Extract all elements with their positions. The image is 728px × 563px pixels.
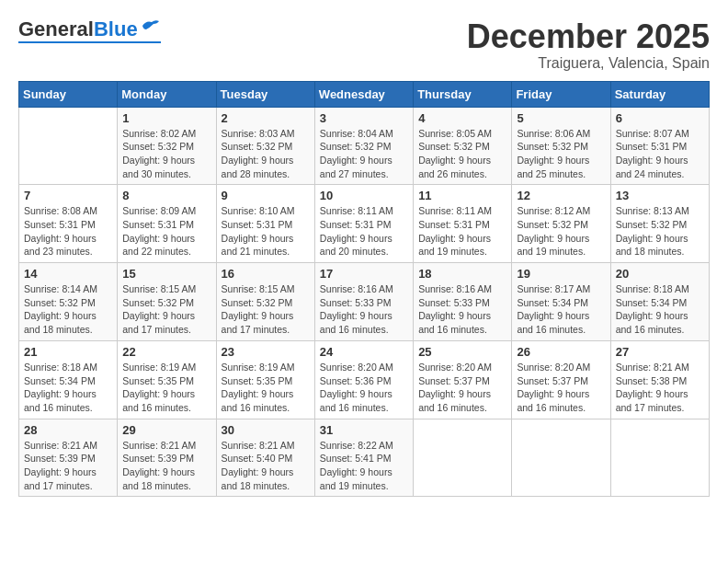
- day-number: 17: [320, 267, 408, 281]
- logo-text: GeneralBlue: [18, 19, 138, 40]
- day-number: 4: [418, 111, 506, 125]
- calendar-body: 1Sunrise: 8:02 AMSunset: 5:32 PMDaylight…: [19, 107, 710, 497]
- day-number: 6: [616, 111, 704, 125]
- day-info: Sunrise: 8:07 AMSunset: 5:31 PMDaylight:…: [616, 127, 704, 181]
- calendar-cell: 27Sunrise: 8:21 AMSunset: 5:38 PMDayligh…: [610, 340, 709, 419]
- calendar-cell: 15Sunrise: 8:15 AMSunset: 5:32 PMDayligh…: [118, 263, 216, 341]
- calendar-week-2: 7Sunrise: 8:08 AMSunset: 5:31 PMDaylight…: [19, 185, 710, 263]
- location: Traiguera, Valencia, Spain: [467, 55, 710, 72]
- calendar-cell: 9Sunrise: 8:10 AMSunset: 5:31 PMDaylight…: [216, 185, 314, 263]
- calendar-cell: 21Sunrise: 8:18 AMSunset: 5:34 PMDayligh…: [19, 340, 118, 419]
- day-number: 9: [222, 189, 310, 202]
- day-info: Sunrise: 8:16 AMSunset: 5:33 PMDaylight:…: [418, 282, 506, 337]
- day-number: 31: [320, 423, 408, 437]
- day-info: Sunrise: 8:15 AMSunset: 5:32 PMDaylight:…: [222, 282, 310, 337]
- day-number: 16: [222, 267, 310, 281]
- calendar-cell: 1Sunrise: 8:02 AMSunset: 5:32 PMDaylight…: [118, 107, 216, 185]
- calendar-cell: 26Sunrise: 8:20 AMSunset: 5:37 PMDayligh…: [512, 340, 610, 419]
- calendar-cell: 28Sunrise: 8:21 AMSunset: 5:39 PMDayligh…: [19, 419, 118, 497]
- calendar-week-3: 14Sunrise: 8:14 AMSunset: 5:32 PMDayligh…: [19, 263, 710, 341]
- day-info: Sunrise: 8:18 AMSunset: 5:34 PMDaylight:…: [616, 282, 704, 337]
- page-header: GeneralBlue December 2025 Traiguera, Val…: [18, 18, 710, 72]
- calendar-cell: 10Sunrise: 8:11 AMSunset: 5:31 PMDayligh…: [314, 185, 413, 263]
- day-of-week-saturday: Saturday: [610, 81, 709, 107]
- calendar-cell: 3Sunrise: 8:04 AMSunset: 5:32 PMDaylight…: [314, 107, 413, 185]
- day-number: 8: [122, 189, 210, 202]
- day-info: Sunrise: 8:21 AMSunset: 5:40 PMDaylight:…: [222, 439, 310, 493]
- day-info: Sunrise: 8:03 AMSunset: 5:32 PMDaylight:…: [222, 127, 310, 181]
- day-info: Sunrise: 8:21 AMSunset: 5:39 PMDaylight:…: [122, 439, 210, 493]
- day-number: 2: [222, 111, 310, 125]
- calendar-week-4: 21Sunrise: 8:18 AMSunset: 5:34 PMDayligh…: [19, 340, 710, 419]
- calendar-cell: [512, 419, 610, 497]
- day-info: Sunrise: 8:09 AMSunset: 5:31 PMDaylight:…: [122, 204, 210, 259]
- day-info: Sunrise: 8:08 AMSunset: 5:31 PMDaylight:…: [24, 204, 112, 259]
- day-of-week-sunday: Sunday: [19, 81, 118, 107]
- calendar-cell: 5Sunrise: 8:06 AMSunset: 5:32 PMDaylight…: [512, 107, 610, 185]
- bird-icon: [141, 18, 161, 37]
- day-number: 5: [517, 111, 605, 125]
- day-number: 20: [616, 267, 704, 281]
- calendar-header: SundayMondayTuesdayWednesdayThursdayFrid…: [19, 81, 710, 107]
- calendar-week-5: 28Sunrise: 8:21 AMSunset: 5:39 PMDayligh…: [19, 419, 710, 497]
- calendar-cell: 12Sunrise: 8:12 AMSunset: 5:32 PMDayligh…: [512, 185, 610, 263]
- calendar-cell: 11Sunrise: 8:11 AMSunset: 5:31 PMDayligh…: [414, 185, 512, 263]
- day-info: Sunrise: 8:18 AMSunset: 5:34 PMDaylight:…: [24, 361, 112, 415]
- day-number: 3: [320, 111, 408, 125]
- day-info: Sunrise: 8:21 AMSunset: 5:39 PMDaylight:…: [24, 439, 112, 493]
- day-number: 26: [517, 345, 605, 359]
- day-info: Sunrise: 8:14 AMSunset: 5:32 PMDaylight:…: [24, 282, 112, 337]
- calendar-cell: 25Sunrise: 8:20 AMSunset: 5:37 PMDayligh…: [414, 340, 512, 419]
- day-number: 28: [24, 423, 112, 437]
- calendar-cell: [610, 419, 709, 497]
- calendar-cell: 4Sunrise: 8:05 AMSunset: 5:32 PMDaylight…: [414, 107, 512, 185]
- day-number: 23: [222, 345, 310, 359]
- day-info: Sunrise: 8:20 AMSunset: 5:37 PMDaylight:…: [418, 361, 506, 415]
- calendar-cell: 6Sunrise: 8:07 AMSunset: 5:31 PMDaylight…: [610, 107, 709, 185]
- day-info: Sunrise: 8:06 AMSunset: 5:32 PMDaylight:…: [517, 127, 605, 181]
- calendar-cell: 18Sunrise: 8:16 AMSunset: 5:33 PMDayligh…: [414, 263, 512, 341]
- calendar-cell: 29Sunrise: 8:21 AMSunset: 5:39 PMDayligh…: [118, 419, 216, 497]
- day-number: 29: [122, 423, 210, 437]
- calendar-cell: 8Sunrise: 8:09 AMSunset: 5:31 PMDaylight…: [118, 185, 216, 263]
- calendar-cell: 24Sunrise: 8:20 AMSunset: 5:36 PMDayligh…: [314, 340, 413, 419]
- month-year: December 2025: [467, 18, 710, 55]
- day-info: Sunrise: 8:11 AMSunset: 5:31 PMDaylight:…: [418, 204, 506, 259]
- day-of-week-friday: Friday: [512, 81, 610, 107]
- day-number: 21: [24, 345, 112, 359]
- day-info: Sunrise: 8:22 AMSunset: 5:41 PMDaylight:…: [320, 439, 408, 493]
- day-number: 13: [616, 189, 704, 202]
- day-info: Sunrise: 8:11 AMSunset: 5:31 PMDaylight:…: [320, 204, 408, 259]
- calendar-cell: 31Sunrise: 8:22 AMSunset: 5:41 PMDayligh…: [314, 419, 413, 497]
- day-of-week-wednesday: Wednesday: [314, 81, 413, 107]
- calendar-cell: [414, 419, 512, 497]
- calendar-cell: 14Sunrise: 8:14 AMSunset: 5:32 PMDayligh…: [19, 263, 118, 341]
- day-info: Sunrise: 8:13 AMSunset: 5:32 PMDaylight:…: [616, 204, 704, 259]
- day-number: 27: [616, 345, 704, 359]
- day-info: Sunrise: 8:20 AMSunset: 5:37 PMDaylight:…: [517, 361, 605, 415]
- calendar-table: SundayMondayTuesdayWednesdayThursdayFrid…: [18, 81, 710, 498]
- days-of-week-row: SundayMondayTuesdayWednesdayThursdayFrid…: [19, 81, 710, 107]
- logo-underline: [18, 41, 161, 43]
- day-info: Sunrise: 8:15 AMSunset: 5:32 PMDaylight:…: [122, 282, 210, 337]
- calendar-cell: 2Sunrise: 8:03 AMSunset: 5:32 PMDaylight…: [216, 107, 314, 185]
- day-number: 14: [24, 267, 112, 281]
- day-info: Sunrise: 8:21 AMSunset: 5:38 PMDaylight:…: [616, 361, 704, 415]
- calendar-cell: [19, 107, 118, 185]
- logo: GeneralBlue: [18, 18, 161, 43]
- day-number: 7: [24, 189, 112, 202]
- calendar-cell: 30Sunrise: 8:21 AMSunset: 5:40 PMDayligh…: [216, 419, 314, 497]
- calendar-cell: 20Sunrise: 8:18 AMSunset: 5:34 PMDayligh…: [610, 263, 709, 341]
- day-number: 1: [122, 111, 210, 125]
- calendar-cell: 7Sunrise: 8:08 AMSunset: 5:31 PMDaylight…: [19, 185, 118, 263]
- calendar-cell: 19Sunrise: 8:17 AMSunset: 5:34 PMDayligh…: [512, 263, 610, 341]
- day-number: 25: [418, 345, 506, 359]
- day-of-week-thursday: Thursday: [414, 81, 512, 107]
- logo-general: General: [18, 17, 94, 40]
- day-of-week-monday: Monday: [118, 81, 216, 107]
- calendar-week-1: 1Sunrise: 8:02 AMSunset: 5:32 PMDaylight…: [19, 107, 710, 185]
- day-info: Sunrise: 8:05 AMSunset: 5:32 PMDaylight:…: [418, 127, 506, 181]
- day-number: 22: [122, 345, 210, 359]
- day-number: 18: [418, 267, 506, 281]
- day-info: Sunrise: 8:20 AMSunset: 5:36 PMDaylight:…: [320, 361, 408, 415]
